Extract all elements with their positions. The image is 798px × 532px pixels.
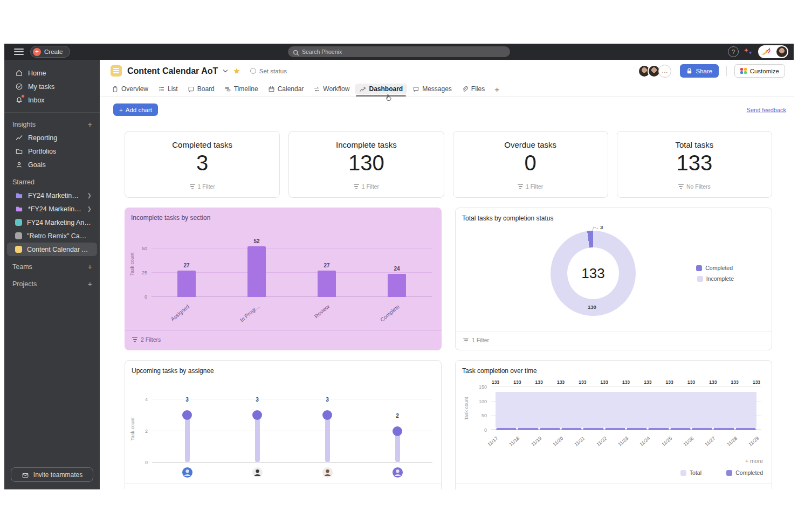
y-axis-title: Task count <box>464 397 469 420</box>
stat-card-incomplete-tasks: Incomplete tasks 130 1 Filter <box>288 131 444 198</box>
chart-card-upcoming-by-assignee[interactable]: Upcoming tasks by assignee 0 2 4 3 3 3 <box>125 360 442 489</box>
lollipop-dot[interactable] <box>182 410 192 420</box>
stat-card-overdue-tasks: Overdue tasks 0 1 Filter <box>453 131 608 198</box>
bar-complete[interactable] <box>388 274 406 297</box>
sidebar-item-content-calendar-aot[interactable]: Content Calendar AoT <box>7 243 97 256</box>
bar-in-progr-[interactable] <box>247 246 266 297</box>
set-status-button[interactable]: Set status <box>250 68 287 74</box>
star-icon[interactable]: ★ <box>233 67 240 75</box>
sidebar-item--retro-remix-campaign[interactable]: "Retro Remix" Campaign <box>7 229 97 243</box>
stat-card-title: Total tasks <box>617 140 772 149</box>
chart-filter-label: 2 Filters <box>141 336 161 343</box>
hamburger-menu-icon[interactable] <box>14 49 24 55</box>
filter-button[interactable]: 1 Filter <box>289 183 443 190</box>
create-button[interactable]: + Create <box>30 46 70 58</box>
topbar: + Create ? <box>4 44 794 60</box>
search-input[interactable] <box>288 46 510 57</box>
ai-sparkle-icon[interactable] <box>744 47 753 56</box>
tab-label: Calendar <box>278 85 304 93</box>
bar-assigned[interactable] <box>177 271 196 297</box>
sidebar-item-fy24-marketing-annual-[interactable]: FY24 Marketing Annual ... <box>7 216 97 229</box>
x-axis-label: 11/17 <box>463 436 499 467</box>
sidebar-item-home[interactable]: Home <box>7 66 97 80</box>
chart-filter-button[interactable]: 2 Filters <box>125 483 441 489</box>
data-point <box>669 427 671 430</box>
bar-value-label: 24 <box>394 266 400 272</box>
plus-icon[interactable]: + <box>88 262 92 271</box>
member-avatars[interactable]: ... <box>638 65 671 78</box>
chart-card-completion-over-time[interactable]: Task completion over time 0 50 100 15013… <box>455 360 772 489</box>
create-button-label: Create <box>44 49 63 55</box>
more-members-button[interactable]: ... <box>658 65 671 78</box>
tab-workflow[interactable]: Workflow <box>309 84 354 94</box>
plus-icon[interactable]: + <box>88 280 92 288</box>
send-feedback-link[interactable]: Send feedback <box>747 107 786 113</box>
lollipop-dot[interactable] <box>252 410 262 420</box>
share-button[interactable]: Share <box>680 64 719 78</box>
tab-board[interactable]: Board <box>183 84 219 94</box>
folder-icon <box>15 191 23 199</box>
sidebar-item-my-tasks[interactable]: My tasks <box>7 80 97 93</box>
chart-filter-button[interactable]: 1 Filter <box>456 331 772 343</box>
chart-card-incomplete-by-section[interactable]: Incomplete tasks by section 0 25 50 27 A… <box>125 208 442 350</box>
tab-timeline[interactable]: Timeline <box>220 84 263 94</box>
paperclip-icon <box>462 86 469 93</box>
lollipop-dot[interactable] <box>393 426 402 436</box>
filter-button[interactable]: 1 Filter <box>453 183 608 190</box>
y-tick-label: 50 <box>142 246 147 251</box>
chevron-right-icon[interactable]: ❯ <box>87 206 92 212</box>
sidebar-item-fy24-marketing-stra-[interactable]: FY24 Marketing Stra... ❯ <box>7 189 97 202</box>
chart-title: Total tasks by completion status <box>462 215 553 222</box>
lollipop-dot[interactable] <box>322 410 332 420</box>
filter-icon <box>354 184 359 189</box>
sidebar-section-teams[interactable]: Teams + <box>4 260 100 273</box>
bar-review[interactable] <box>318 271 336 297</box>
y-tick-label: 4 <box>145 397 148 402</box>
tab-overview[interactable]: Overview <box>107 84 153 94</box>
invite-teammates-button[interactable]: Invite teammates <box>11 467 93 482</box>
tab-messages[interactable]: Messages <box>408 84 456 94</box>
y-tick-label: 0 <box>145 460 148 465</box>
tab-label: Overview <box>121 85 148 93</box>
chevron-down-icon[interactable] <box>222 68 229 74</box>
data-label: 133 <box>709 379 717 385</box>
legend-swatch <box>697 276 703 282</box>
sidebar-section-insights[interactable]: Insights + <box>4 118 100 131</box>
assignee-avatar <box>182 467 192 478</box>
account-pill[interactable] <box>758 45 788 58</box>
sidebar-item-label: FY24 Marketing Stra... <box>28 192 82 199</box>
plus-icon[interactable]: + <box>88 120 92 129</box>
data-label: 133 <box>535 379 543 385</box>
sidebar-item--fy24-marketing-an-[interactable]: *FY24 Marketing An... ❯ <box>7 202 97 216</box>
help-button[interactable]: ? <box>728 46 739 57</box>
filter-button[interactable]: 1 Filter <box>125 183 279 190</box>
filter-button[interactable]: No Filters <box>617 183 772 190</box>
sidebar-item-portfolios[interactable]: Portfolios <box>7 144 97 158</box>
search-container <box>288 46 510 57</box>
tab-files[interactable]: Files <box>457 84 489 94</box>
add-chart-button[interactable]: + Add chart <box>113 103 158 116</box>
chart-filter-button[interactable]: 2 Filters <box>125 330 442 343</box>
sidebar: Home My tasks Inbox Insights + Reporting… <box>4 60 100 489</box>
chart-filter-button[interactable]: No Filters <box>456 483 772 489</box>
tab-list[interactable]: List <box>154 84 182 94</box>
sidebar-item-reporting[interactable]: Reporting <box>7 131 97 144</box>
chevron-right-icon[interactable]: ❯ <box>87 192 92 198</box>
project-swatch-icon <box>15 246 22 253</box>
more-link[interactable]: + more <box>745 458 763 464</box>
add-tab-button[interactable]: + <box>490 85 504 94</box>
project-header: Content Calendar AoT ★ Set status ... <box>100 60 794 82</box>
user-avatar <box>776 46 787 57</box>
sidebar-item-goals[interactable]: Goals <box>7 158 97 171</box>
chart-card-completion-status[interactable]: Total tasks by completion status1333130C… <box>455 208 772 350</box>
y-axis-title: Task count <box>130 417 135 440</box>
sidebar-section-starred[interactable]: Starred <box>4 176 100 189</box>
tab-calendar[interactable]: Calendar <box>264 84 308 94</box>
tab-dashboard[interactable]: Dashboard <box>355 84 407 94</box>
dashboard-icon <box>359 86 366 93</box>
stat-card-value: 0 <box>453 150 608 175</box>
stat-card-total-tasks: Total tasks 133 No Filters <box>617 131 772 198</box>
customize-button[interactable]: Customize <box>734 64 785 78</box>
sidebar-item-inbox[interactable]: Inbox <box>7 93 97 107</box>
sidebar-section-projects[interactable]: Projects + <box>4 278 100 291</box>
